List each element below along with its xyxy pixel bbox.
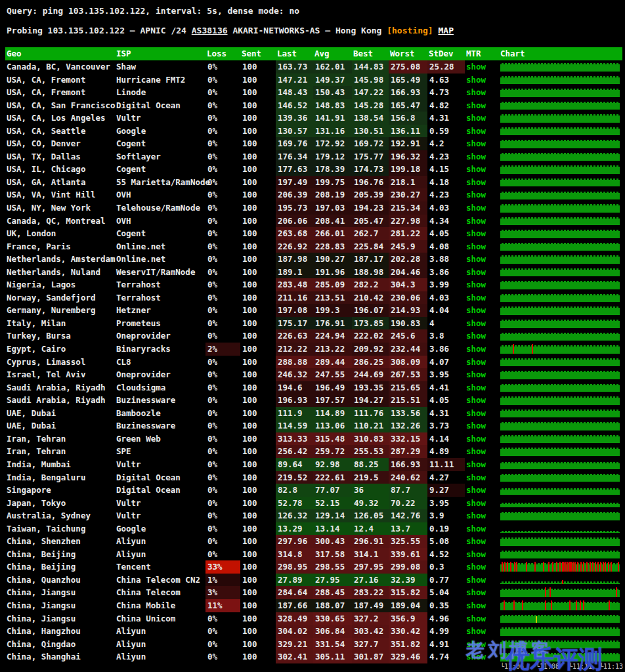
mtr-show-link[interactable]: show <box>466 304 499 317</box>
mtr-show-link[interactable]: show <box>466 407 499 420</box>
mtr-show-link[interactable]: show <box>466 368 499 381</box>
avg-cell: 13.14 <box>313 522 352 536</box>
mtr-show-link[interactable]: show <box>466 471 499 484</box>
loss-spike <box>548 562 550 572</box>
column-header-loss[interactable]: Loss <box>205 47 240 60</box>
mtr-show-link[interactable]: show <box>466 215 499 228</box>
column-header-isp[interactable]: ISP <box>115 47 205 60</box>
loss-cell: 0% <box>205 99 240 112</box>
table-row: China, JiangsuChina Telecom3%100284.6428… <box>5 586 622 599</box>
map-link[interactable]: MAP <box>438 26 453 35</box>
mtr-show-link[interactable]: show <box>466 599 499 612</box>
worst-cell: 13.7 <box>389 522 427 536</box>
mtr-show-link[interactable]: show <box>466 188 499 201</box>
best-cell: 110.21 <box>352 419 389 432</box>
mtr-show-link[interactable]: show <box>466 253 499 266</box>
mtr-show-link[interactable]: show <box>466 522 499 536</box>
latency-bar <box>500 463 620 469</box>
best-cell: 301.87 <box>352 650 389 663</box>
mtr-show-link[interactable]: show <box>466 278 499 291</box>
probe-mid: AKARI-NETWORKS-AS – Hong Kong <box>228 26 387 35</box>
mtr-show-link[interactable]: show <box>466 112 499 125</box>
column-header-last[interactable]: Last <box>276 47 313 60</box>
latency-bar-jitter <box>500 627 620 629</box>
mtr-show-link[interactable]: show <box>466 394 499 407</box>
mtr-show-link[interactable]: show <box>466 343 499 356</box>
mtr-show-link[interactable]: show <box>466 86 499 99</box>
isp-cell: Linode <box>115 86 205 99</box>
mtr-cell: show <box>465 458 499 471</box>
avg-cell: 285.09 <box>313 278 352 291</box>
geo-cell: Australia, Sydney <box>5 509 115 522</box>
mtr-show-link[interactable]: show <box>466 150 499 163</box>
loss-spike <box>526 562 527 572</box>
watermark-youle: 优乐评测网 <box>506 643 625 672</box>
mtr-show-link[interactable]: show <box>466 484 499 497</box>
sent-cell: 100 <box>240 548 276 561</box>
mtr-show-link[interactable]: show <box>466 612 499 625</box>
mtr-cell: show <box>465 419 499 432</box>
mtr-show-link[interactable]: show <box>466 497 499 510</box>
mtr-show-link[interactable]: show <box>466 381 499 394</box>
column-header-avg[interactable]: Avg <box>313 47 352 60</box>
mtr-show-link[interactable]: show <box>466 125 499 138</box>
latency-bar <box>500 141 620 148</box>
column-header-geo[interactable]: Geo <box>5 47 115 60</box>
mtr-show-link[interactable]: show <box>466 356 499 369</box>
mtr-show-link[interactable]: show <box>466 586 499 599</box>
mtr-show-link[interactable]: show <box>466 535 499 548</box>
mtr-show-link[interactable]: show <box>466 137 499 150</box>
column-header-worst[interactable]: Worst <box>389 47 427 60</box>
geo-cell: Singapore <box>5 484 115 497</box>
loss-spike <box>559 562 561 572</box>
column-header-stdev[interactable]: StDev <box>427 47 465 60</box>
mtr-show-link[interactable]: show <box>466 317 499 330</box>
mtr-show-link[interactable]: show <box>466 201 499 215</box>
loss-spike <box>502 562 503 572</box>
avg-cell: 52.15 <box>313 497 352 510</box>
mtr-show-link[interactable]: show <box>466 458 499 471</box>
mtr-show-link[interactable]: show <box>466 74 499 87</box>
sent-cell: 100 <box>240 240 276 253</box>
mtr-show-link[interactable]: show <box>466 291 499 304</box>
mtr-show-link[interactable]: show <box>466 99 499 112</box>
mtr-cell: show <box>465 266 499 279</box>
asn-link[interactable]: AS38136 <box>192 26 228 35</box>
best-cell: 174.73 <box>352 163 389 176</box>
worst-cell: 214.93 <box>389 304 427 317</box>
table-row: UK, LondonCogent0%100263.68266.01262.728… <box>5 227 622 240</box>
mtr-show-link[interactable]: show <box>466 240 499 253</box>
loss-spike <box>618 562 619 572</box>
column-header-sent[interactable]: Sent <box>240 47 276 60</box>
mtr-show-link[interactable]: show <box>466 509 499 522</box>
column-header-best[interactable]: Best <box>352 47 389 60</box>
latency-bar-jitter <box>500 333 620 334</box>
last-cell: 206.39 <box>276 188 313 201</box>
column-header-chart[interactable]: Chart <box>499 47 620 60</box>
latency-bar-jitter <box>500 537 620 539</box>
column-header-mtr[interactable]: MTR <box>465 47 499 60</box>
mtr-show-link[interactable]: show <box>466 560 499 574</box>
mtr-show-link[interactable]: show <box>466 419 499 432</box>
mtr-cell: show <box>465 548 499 561</box>
mtr-show-link[interactable]: show <box>466 163 499 176</box>
latency-bar <box>500 513 620 520</box>
mtr-show-link[interactable]: show <box>466 60 499 74</box>
mtr-show-link[interactable]: show <box>466 266 499 279</box>
mtr-show-link[interactable]: show <box>466 176 499 189</box>
loss-cell: 0% <box>205 266 240 279</box>
mtr-show-link[interactable]: show <box>466 548 499 561</box>
mtr-show-link[interactable]: show <box>466 625 499 638</box>
mtr-show-link[interactable]: show <box>466 329 499 343</box>
loss-spike <box>609 600 610 610</box>
mtr-cell: show <box>465 471 499 484</box>
loss-cell: 0% <box>205 535 240 548</box>
mtr-show-link[interactable]: show <box>466 432 499 446</box>
stdev-cell: 4.03 <box>427 201 465 215</box>
mtr-show-link[interactable]: show <box>466 227 499 240</box>
avg-cell: 27.95 <box>313 574 352 587</box>
loss-spike <box>552 562 553 572</box>
mtr-show-link[interactable]: show <box>466 574 499 587</box>
mtr-show-link[interactable]: show <box>466 445 499 458</box>
chart-cell <box>499 471 620 484</box>
